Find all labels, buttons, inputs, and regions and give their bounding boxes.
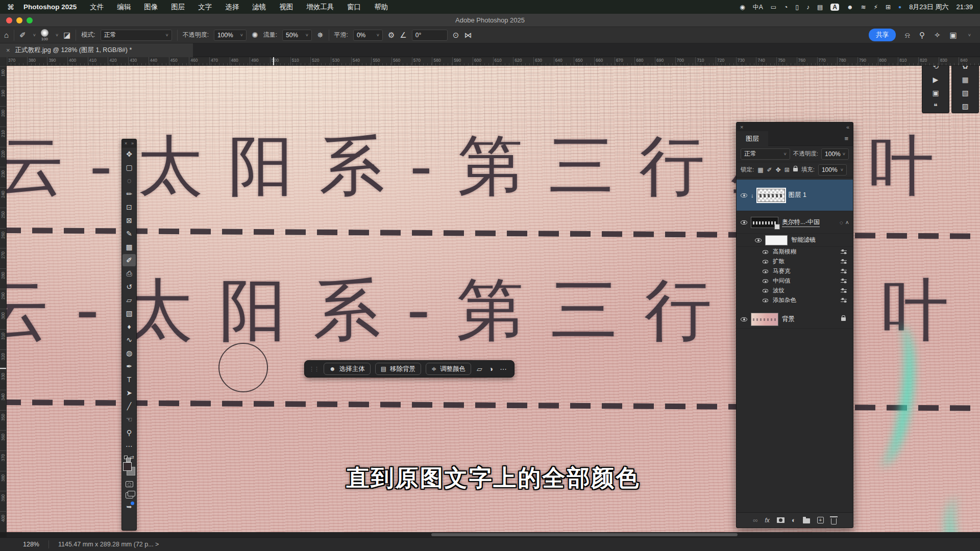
lock-position-icon[interactable]: ✥: [776, 167, 781, 173]
layer-visibility-eye-icon[interactable]: [741, 220, 747, 224]
line-tool[interactable]: ╱: [122, 400, 136, 412]
swatches-panel-icon[interactable]: ▦: [952, 73, 978, 86]
workspace-switcher-icon[interactable]: ▣: [950, 31, 957, 39]
home-icon[interactable]: ⌂: [4, 31, 9, 39]
menu-item[interactable]: 图层: [171, 3, 185, 12]
object-selection-tool[interactable]: ◌: [122, 174, 136, 187]
filter-blending-options-icon[interactable]: [841, 259, 847, 264]
menu-item[interactable]: 窗口: [347, 3, 361, 12]
task-bar-drag-handle[interactable]: ⋮⋮: [309, 367, 319, 370]
notifications-bell-icon[interactable]: ⍾: [905, 31, 910, 39]
actions-panel-icon[interactable]: ▶: [922, 73, 949, 86]
horizontal-ruler[interactable]: 370 380 390 400 410 420 430 440 450 460 …: [7, 57, 980, 66]
smoothing-select[interactable]: 0% ˅: [353, 30, 383, 41]
filter-visibility-eye-icon[interactable]: [763, 298, 768, 302]
zoom-level-field[interactable]: 128%: [23, 541, 39, 548]
path-selection-tool[interactable]: ➤: [122, 387, 136, 399]
background-thumbnail[interactable]: [751, 313, 778, 326]
dodge-tool[interactable]: ◍: [122, 347, 136, 359]
smart-filter-row[interactable]: 添加杂色: [737, 295, 853, 305]
menu-item[interactable]: 帮助: [374, 3, 388, 12]
brush-preview-picker[interactable]: 100: [41, 29, 48, 41]
lock-all-icon[interactable]: [793, 168, 798, 171]
quick-mask-mode-button[interactable]: [126, 481, 133, 487]
healing-brush-tool[interactable]: ▩: [122, 241, 136, 253]
adjustments-icon[interactable]: ◑: [488, 365, 494, 373]
panel-collapse-icon[interactable]: «: [846, 124, 849, 130]
menu-item[interactable]: 选择: [225, 3, 239, 12]
collapse-chevron-icon[interactable]: ˄: [846, 219, 849, 226]
transform-icon[interactable]: ▱: [476, 365, 483, 373]
crop-tool[interactable]: ⊡: [122, 201, 136, 213]
menu-time[interactable]: 21:39: [956, 3, 973, 11]
filter-visibility-eye-icon[interactable]: [763, 260, 768, 263]
smart-filter-row[interactable]: 中间值: [737, 276, 853, 286]
menu-item[interactable]: 视图: [279, 3, 293, 12]
input-a-badge[interactable]: A: [830, 4, 839, 11]
add-layer-mask-icon[interactable]: [777, 517, 785, 523]
smart-object-thumbnail[interactable]: [751, 217, 778, 228]
sound-icon[interactable]: ♪: [806, 4, 810, 10]
filter-blending-options-icon[interactable]: [841, 249, 847, 255]
layer-fill-select[interactable]: 100% ˅: [818, 164, 847, 176]
eraser-tool[interactable]: ▱: [122, 294, 136, 306]
toolbar-expand-icon[interactable]: »: [131, 141, 134, 146]
filter-blending-options-icon[interactable]: [841, 298, 847, 303]
smart-filter-row[interactable]: 马赛克: [737, 266, 853, 276]
remove-background-button[interactable]: ▤ 移除背景: [375, 363, 421, 375]
vertical-ruler[interactable]: 180 190 200 210 220 230 240 250 260 270 …: [0, 66, 7, 532]
smudge-tool[interactable]: ∿: [122, 334, 136, 346]
menu-item[interactable]: 图像: [144, 3, 158, 12]
more-tools[interactable]: ⋯: [122, 440, 136, 452]
smart-filter-name[interactable]: 波纹: [773, 287, 785, 294]
smart-filter-circle-icon[interactable]: ◌: [840, 219, 843, 226]
brush-settings-panel-toggle-icon[interactable]: ◪: [63, 31, 70, 39]
paint-symmetry-icon[interactable]: ⋈: [464, 31, 472, 39]
input-source-icon[interactable]: 中A: [753, 4, 763, 10]
smart-filter-row[interactable]: 高斯模糊: [737, 247, 853, 257]
filter-blending-options-icon[interactable]: [841, 279, 847, 284]
apple-menu-icon[interactable]: ⌘: [7, 3, 14, 11]
document-tab[interactable]: × 正式教程.jpg @ 128% (图层 1, RGB/8#) *: [0, 43, 193, 57]
layer-visibility-eye-icon[interactable]: [741, 317, 747, 321]
menu-item[interactable]: 滤镜: [252, 3, 266, 12]
menu-item[interactable]: 文字: [198, 3, 212, 12]
gradient-tool[interactable]: ▧: [122, 307, 136, 319]
select-subject-button[interactable]: ☻ 选择主体: [324, 363, 371, 375]
discover-lightbulb-icon[interactable]: ✧: [934, 31, 941, 39]
tab-close-icon[interactable]: ×: [6, 46, 10, 54]
filter-visibility-eye-icon[interactable]: [763, 269, 768, 273]
clone-stamp-tool[interactable]: ⎙: [122, 267, 136, 280]
history-brush-tool[interactable]: ↺: [122, 281, 136, 293]
horizontal-scrollbar[interactable]: [7, 532, 980, 537]
background-layer-row[interactable]: 背景: [737, 310, 853, 329]
smart-filter-row[interactable]: 扩散: [737, 257, 853, 266]
browser-icon[interactable]: ◔: [784, 4, 788, 10]
menu-item[interactable]: 编辑: [117, 3, 131, 12]
user-icon[interactable]: ☻: [847, 4, 853, 10]
layer-name[interactable]: 图层 1: [789, 191, 806, 199]
frame-tool[interactable]: ⊠: [122, 214, 136, 227]
new-group-icon[interactable]: [803, 518, 810, 523]
opacity-pressure-icon[interactable]: ✺: [252, 31, 258, 39]
share-button[interactable]: 共享: [869, 29, 896, 41]
panel-menu-icon[interactable]: ≡: [844, 135, 853, 142]
airbrush-icon[interactable]: ✵: [317, 31, 324, 39]
smart-filter-name[interactable]: 添加杂色: [773, 296, 796, 304]
marquee-tool[interactable]: ▢: [122, 161, 136, 173]
flow-select[interactable]: 50% ˅: [282, 30, 312, 41]
screen-mirroring-icon[interactable]: ▤: [817, 4, 823, 10]
wifi-icon[interactable]: ≋: [861, 4, 866, 10]
gradients-panel-icon[interactable]: ▧: [952, 86, 978, 99]
smart-filter-name[interactable]: 中间值: [773, 277, 791, 285]
mouse-icon[interactable]: ▯: [795, 4, 799, 10]
blur-tool[interactable]: ♦: [122, 320, 136, 333]
filter-blending-options-icon[interactable]: [841, 288, 847, 293]
layer-thumbnail[interactable]: [757, 189, 785, 202]
menu-item[interactable]: 文件: [90, 3, 104, 12]
hand-tool[interactable]: ☜: [122, 413, 136, 425]
brush-angle-input[interactable]: 0°: [412, 30, 448, 41]
smart-filters-header-row[interactable]: 智能滤镜: [737, 234, 853, 247]
filter-visibility-eye-icon[interactable]: [763, 250, 768, 254]
tab-layers[interactable]: 图层: [737, 131, 768, 146]
